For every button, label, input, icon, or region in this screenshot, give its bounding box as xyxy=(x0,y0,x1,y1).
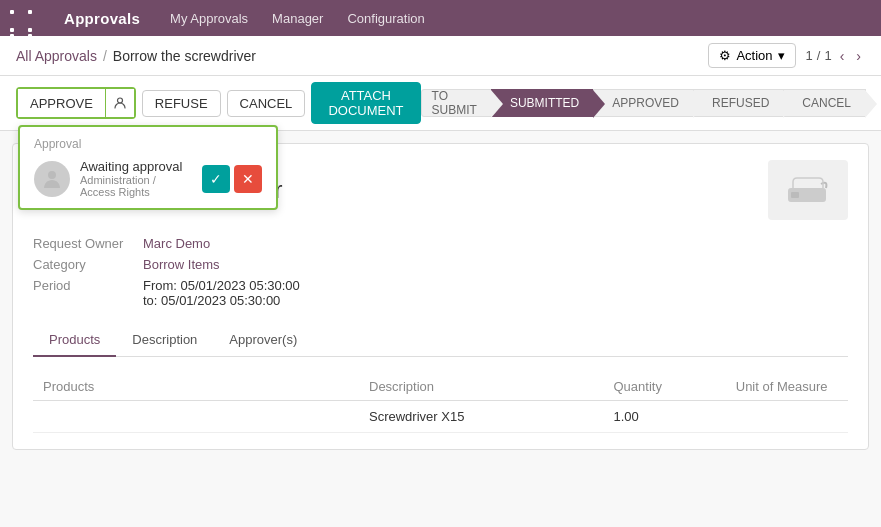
products-table: Products Description Quantity Unit of Me… xyxy=(33,373,848,433)
cell-uom xyxy=(726,401,848,433)
chevron-down-icon: ▾ xyxy=(778,48,785,63)
pagination-sep: / xyxy=(817,48,821,63)
tabs: Products Description Approver(s) xyxy=(33,324,848,357)
svg-point-1 xyxy=(48,171,56,179)
field-category: Category Borrow Items xyxy=(33,257,848,272)
nav-manager[interactable]: Manager xyxy=(262,7,333,30)
popup-awaiting-text: Awaiting approval xyxy=(80,159,192,174)
status-bar: TO SUBMIT SUBMITTED APPROVED REFUSED CAN… xyxy=(421,89,865,117)
avatar xyxy=(34,161,70,197)
period-values: From: 05/01/2023 05:30:00 to: 05/01/2023… xyxy=(143,278,300,308)
cancel-button[interactable]: CANCEL xyxy=(227,90,306,117)
field-request-owner: Request Owner Marc Demo xyxy=(33,236,848,251)
breadcrumb-current: Borrow the screwdriver xyxy=(113,48,256,64)
record-icon xyxy=(768,160,848,220)
gear-icon: ⚙ xyxy=(719,48,731,63)
breadcrumb: All Approvals / Borrow the screwdriver xyxy=(16,48,256,64)
breadcrumb-bar: All Approvals / Borrow the screwdriver ⚙… xyxy=(0,36,881,76)
cell-product xyxy=(33,401,359,433)
pagination: 1 / 1 ‹ › xyxy=(806,46,865,66)
field-period: Period From: 05/01/2023 05:30:00 to: 05/… xyxy=(33,278,848,308)
nav-configuration[interactable]: Configuration xyxy=(337,7,434,30)
approve-dropdown-button[interactable] xyxy=(106,89,134,117)
app-brand: Approvals xyxy=(64,10,140,27)
svg-rect-3 xyxy=(791,192,799,198)
breadcrumb-parent[interactable]: All Approvals xyxy=(16,48,97,64)
approval-popup: Approval Awaiting approval Administratio… xyxy=(18,125,278,210)
col-header-quantity: Quantity xyxy=(604,373,726,401)
cell-quantity: 1.00 xyxy=(604,401,726,433)
col-header-products: Products xyxy=(33,373,359,401)
top-nav: Approvals My Approvals Manager Configura… xyxy=(0,0,881,36)
status-step-refused: REFUSED xyxy=(693,89,784,117)
request-owner-value[interactable]: Marc Demo xyxy=(143,236,210,251)
x-icon: ✕ xyxy=(242,171,254,187)
status-step-approved: APPROVED xyxy=(593,89,694,117)
pagination-prev[interactable]: ‹ xyxy=(836,46,849,66)
breadcrumb-separator: / xyxy=(103,48,107,64)
tab-approvers[interactable]: Approver(s) xyxy=(213,324,313,357)
col-header-description: Description xyxy=(359,373,604,401)
toolbar: APPROVE Approval xyxy=(0,76,881,131)
approve-button[interactable]: APPROVE xyxy=(18,89,105,117)
status-step-cancel: CANCEL xyxy=(783,89,866,117)
popup-info: Awaiting approval Administration / Acces… xyxy=(80,159,192,198)
period-from: From: 05/01/2023 05:30:00 xyxy=(143,278,300,293)
refuse-button[interactable]: REFUSE xyxy=(142,90,221,117)
tab-description[interactable]: Description xyxy=(116,324,213,357)
tab-products[interactable]: Products xyxy=(33,324,116,357)
fields-section: Request Owner Marc Demo Category Borrow … xyxy=(33,236,848,308)
apps-grid-icon[interactable] xyxy=(10,0,44,44)
period-label: Period xyxy=(33,278,143,293)
period-to: to: 05/01/2023 05:30:00 xyxy=(143,293,300,308)
status-step-submitted: SUBMITTED xyxy=(491,89,594,117)
popup-sub-text: Administration / Access Rights xyxy=(80,174,192,198)
breadcrumb-right: ⚙ Action ▾ 1 / 1 ‹ › xyxy=(708,43,865,68)
table-row: Screwdriver X15 1.00 xyxy=(33,401,848,433)
toolbar-left: APPROVE Approval xyxy=(16,82,421,124)
request-owner-label: Request Owner xyxy=(33,236,143,251)
popup-title: Approval xyxy=(34,137,262,151)
action-button-label: Action xyxy=(736,48,772,63)
category-label: Category xyxy=(33,257,143,272)
popup-actions: ✓ ✕ xyxy=(202,165,262,193)
popup-cancel-button[interactable]: ✕ xyxy=(234,165,262,193)
popup-row: Awaiting approval Administration / Acces… xyxy=(34,159,262,198)
nav-my-approvals[interactable]: My Approvals xyxy=(160,7,258,30)
approve-group: APPROVE Approval xyxy=(16,87,136,119)
check-icon: ✓ xyxy=(210,171,222,187)
top-nav-links: My Approvals Manager Configuration xyxy=(160,7,435,30)
svg-point-0 xyxy=(117,98,122,103)
cell-description: Screwdriver X15 xyxy=(359,401,604,433)
pagination-current: 1 xyxy=(806,48,813,63)
status-step-to-submit: TO SUBMIT xyxy=(421,89,492,117)
action-button[interactable]: ⚙ Action ▾ xyxy=(708,43,795,68)
category-value[interactable]: Borrow Items xyxy=(143,257,220,272)
pagination-total: 1 xyxy=(824,48,831,63)
col-header-uom: Unit of Measure xyxy=(726,373,848,401)
pagination-next[interactable]: › xyxy=(852,46,865,66)
attach-document-button[interactable]: ATTACH DOCUMENT xyxy=(311,82,420,124)
popup-approve-button[interactable]: ✓ xyxy=(202,165,230,193)
